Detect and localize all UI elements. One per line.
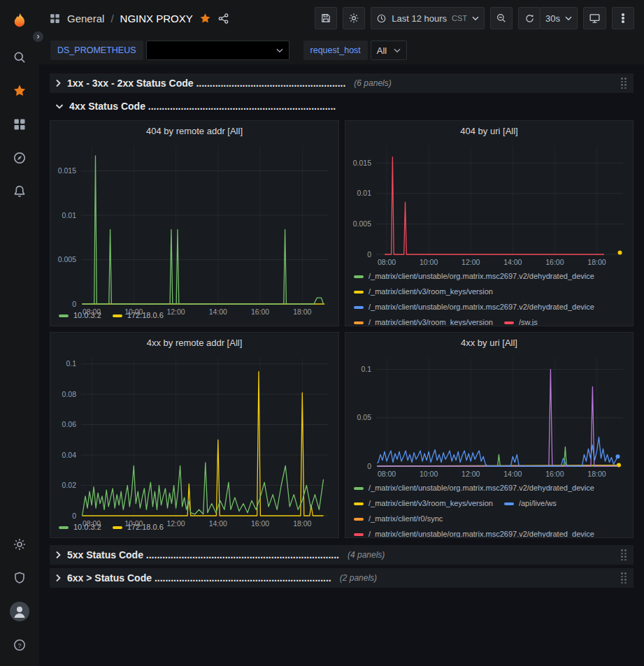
row-header-6xx[interactable]: 6xx > Status Code ......................… [50,568,634,588]
svg-text:?: ? [17,642,21,649]
star-filled-icon[interactable] [199,13,211,24]
svg-text:12:00: 12:00 [166,307,185,316]
legend-item[interactable]: /_matrix/client/r0/sync [354,514,443,524]
legend-item[interactable]: /_matrix/client/unstable/org.matrix.msc2… [354,271,594,282]
timeseries-chart-4xx-uri[interactable]: 00.050.108:0010:0012:0014:0016:0018:00 [345,352,633,480]
svg-text:0: 0 [72,512,76,520]
panel-title[interactable]: 404 by uri [All] [345,121,633,140]
svg-text:12:00: 12:00 [461,470,480,478]
legend-swatch [354,291,364,294]
save-button[interactable] [315,7,337,29]
sidebar-item-explore[interactable] [0,141,39,175]
variable-value-request-host[interactable]: All [371,41,407,60]
variable-label-request-host[interactable]: request_host [303,41,368,60]
row-drag-handle[interactable] [620,571,628,585]
breadcrumb-section[interactable]: General [67,13,104,24]
legend-swatch [354,275,364,278]
svg-text:0.015: 0.015 [353,159,371,167]
star-icon [13,84,27,98]
legend-item[interactable]: /_matrix/client/unstable/org.matrix.msc2… [354,483,594,493]
share-icon[interactable] [217,13,229,24]
timeseries-chart-404-remote-addr[interactable]: 00.0050.010.01508:0010:0012:0014:0016:00… [50,140,338,307]
refresh-icon [524,13,535,24]
clock-icon [376,13,387,24]
timezone-label: CST [452,14,467,22]
svg-text:10:00: 10:00 [420,470,438,478]
panel-title[interactable]: 404 by remote addr [All] [50,121,338,140]
svg-text:18:00: 18:00 [293,519,311,528]
time-range-picker[interactable]: Last 12 hours CST [371,7,485,29]
refresh-interval-dropdown[interactable]: 30s [540,7,578,29]
chevron-down-icon [55,103,64,110]
svg-text:0.01: 0.01 [62,211,77,219]
variable-value-ds-prometheus[interactable] [146,41,289,60]
legend-item[interactable]: /sw.js [504,317,538,326]
sidebar-expand-button[interactable]: › [32,31,44,43]
sidebar-item-help[interactable]: ? [0,628,39,662]
zoom-out-button[interactable] [490,7,513,29]
svg-text:0.1: 0.1 [66,359,76,368]
svg-text:14:00: 14:00 [503,470,522,478]
shield-icon [13,571,27,585]
topbar: General / NGINX PROXY [39,0,644,36]
legend-item[interactable]: /api/live/ws [504,498,557,509]
row-panel-count: (4 panels) [348,550,385,560]
legend-item[interactable]: /_matrix/client/v3/room_keys/version [354,287,493,297]
legend-item[interactable]: /_matrix/client/v3/room_keys/version [354,498,493,509]
timeseries-chart-404-uri[interactable]: 00.0050.010.01508:0010:0012:0014:0016:00… [345,140,633,268]
svg-text:0.005: 0.005 [58,255,76,263]
cycle-view-button[interactable] [583,7,606,29]
row-title: 1xx - 3xx - 2xx Status Code ............… [67,78,345,89]
svg-text:08:00: 08:00 [378,470,396,478]
sidebar-item-settings[interactable] [0,528,39,561]
zoom-out-icon [496,13,507,24]
row-panel-count: (6 panels) [354,78,391,88]
legend-item[interactable]: /_matrix/client/unstable/org.matrix.msc2… [354,302,594,312]
svg-text:12:00: 12:00 [461,258,480,266]
svg-text:10:00: 10:00 [420,258,438,266]
legend-swatch [354,321,364,324]
legend-swatch [354,518,364,521]
svg-text:16:00: 16:00 [545,258,564,266]
sidebar-item-starred[interactable] [0,74,39,108]
variable-request-host: request_host All [303,41,408,60]
panel-404-by-uri: 404 by uri [All] 00.0050.010.01508:0010:… [345,120,634,326]
svg-text:0.01: 0.01 [357,189,372,197]
row-panel-count: (2 panels) [340,573,377,583]
row-header-5xx[interactable]: 5xx Status Code ........................… [50,545,634,565]
breadcrumb-separator: / [110,13,113,24]
sidebar-item-security[interactable] [0,561,39,595]
panel-title[interactable]: 4xx by remote addr [All] [50,333,338,352]
sidebar-item-alerting[interactable] [0,175,39,208]
dashboard-settings-button[interactable] [343,7,365,29]
row-title: 5xx Status Code ........................… [67,549,339,560]
row-drag-handle[interactable] [620,548,628,562]
grafana-app: › [0,0,644,666]
legend-item[interactable]: /_matrix/client/v3/room_keys/version [354,317,493,326]
variable-datasource: DS_PROMETHEUS [50,41,289,60]
legend-swatch [354,306,364,309]
chart-legend: /_matrix/client/unstable/org.matrix.msc2… [345,480,633,537]
grafana-flame-icon [10,12,29,31]
panel-title[interactable]: 4xx by uri [All] [345,333,633,352]
dashboard-title[interactable]: NGINX PROXY [120,13,193,24]
sidebar-item-search[interactable] [0,41,39,74]
row-header-4xx[interactable]: 4xx Status Code ........................… [50,96,634,116]
legend-label: /_matrix/client/v3/room_keys/version [368,287,493,297]
variable-label-ds-prometheus[interactable]: DS_PROMETHEUS [50,41,143,60]
legend-label: /_matrix/client/v3/room_keys/version [368,317,493,326]
refresh-button[interactable] [518,7,541,29]
sidebar-item-dashboards[interactable] [0,108,39,141]
chevron-down-icon [565,16,572,21]
svg-text:10:00: 10:00 [124,519,143,528]
svg-text:16:00: 16:00 [251,307,269,316]
timeseries-chart-4xx-remote-addr[interactable]: 00.020.040.060.080.108:0010:0012:0014:00… [50,352,338,519]
legend-item[interactable]: /_matrix/client/unstable/org.matrix.msc2… [354,529,594,537]
legend-swatch [354,487,364,490]
row-header-1xx-3xx-2xx[interactable]: 1xx - 3xx - 2xx Status Code ............… [50,73,634,93]
chevron-down-icon [276,48,283,53]
svg-text:14:00: 14:00 [503,258,522,266]
more-options-button[interactable] [612,7,634,29]
row-drag-handle[interactable] [620,76,628,90]
sidebar-item-profile[interactable] [0,595,39,628]
